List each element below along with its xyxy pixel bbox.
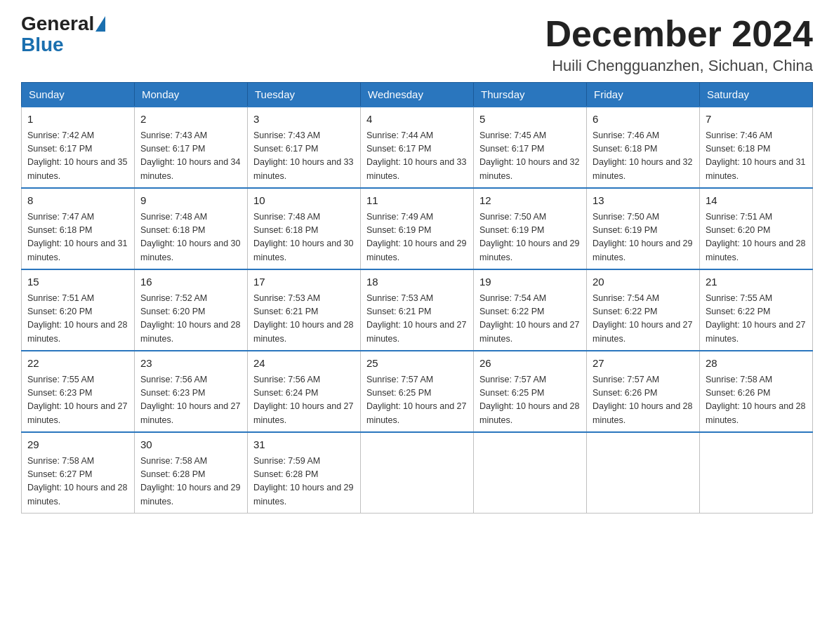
weekday-header-tuesday: Tuesday xyxy=(248,83,361,107)
calendar-table: SundayMondayTuesdayWednesdayThursdayFrid… xyxy=(21,82,813,514)
day-number: 17 xyxy=(253,274,355,290)
calendar-day-cell: 25Sunrise: 7:57 AMSunset: 6:25 PMDayligh… xyxy=(361,351,474,432)
day-number: 13 xyxy=(593,193,694,209)
calendar-day-cell: 18Sunrise: 7:53 AMSunset: 6:21 PMDayligh… xyxy=(361,269,474,351)
day-number: 2 xyxy=(140,112,241,128)
day-info: Sunrise: 7:56 AMSunset: 6:23 PMDaylight:… xyxy=(140,373,241,428)
calendar-day-cell: 23Sunrise: 7:56 AMSunset: 6:23 PMDayligh… xyxy=(135,351,248,432)
day-number: 6 xyxy=(593,112,694,128)
day-info: Sunrise: 7:43 AMSunset: 6:17 PMDaylight:… xyxy=(253,129,355,184)
calendar-day-cell: 10Sunrise: 7:48 AMSunset: 6:18 PMDayligh… xyxy=(248,188,361,269)
calendar-day-cell xyxy=(587,432,700,514)
calendar-day-cell: 13Sunrise: 7:50 AMSunset: 6:19 PMDayligh… xyxy=(587,188,700,269)
calendar-day-cell: 20Sunrise: 7:54 AMSunset: 6:22 PMDayligh… xyxy=(587,269,700,351)
day-number: 4 xyxy=(366,112,468,128)
day-info: Sunrise: 7:46 AMSunset: 6:18 PMDaylight:… xyxy=(593,129,694,184)
calendar-week-row: 1Sunrise: 7:42 AMSunset: 6:17 PMDaylight… xyxy=(22,107,813,188)
calendar-day-cell: 28Sunrise: 7:58 AMSunset: 6:26 PMDayligh… xyxy=(700,351,813,432)
weekday-header-sunday: Sunday xyxy=(22,83,135,107)
day-info: Sunrise: 7:46 AMSunset: 6:18 PMDaylight:… xyxy=(706,129,807,184)
day-number: 24 xyxy=(253,356,355,372)
day-number: 31 xyxy=(253,437,355,453)
day-info: Sunrise: 7:51 AMSunset: 6:20 PMDaylight:… xyxy=(27,292,128,347)
calendar-day-cell xyxy=(361,432,474,514)
calendar-day-cell: 12Sunrise: 7:50 AMSunset: 6:19 PMDayligh… xyxy=(474,188,587,269)
calendar-day-cell: 17Sunrise: 7:53 AMSunset: 6:21 PMDayligh… xyxy=(248,269,361,351)
day-number: 1 xyxy=(27,112,128,128)
day-info: Sunrise: 7:56 AMSunset: 6:24 PMDaylight:… xyxy=(253,373,355,428)
day-info: Sunrise: 7:45 AMSunset: 6:17 PMDaylight:… xyxy=(479,129,581,184)
day-number: 19 xyxy=(479,274,581,290)
day-info: Sunrise: 7:53 AMSunset: 6:21 PMDaylight:… xyxy=(253,292,355,347)
calendar-day-cell: 30Sunrise: 7:58 AMSunset: 6:28 PMDayligh… xyxy=(135,432,248,514)
day-info: Sunrise: 7:43 AMSunset: 6:17 PMDaylight:… xyxy=(140,129,241,184)
day-number: 14 xyxy=(706,193,807,209)
day-info: Sunrise: 7:55 AMSunset: 6:22 PMDaylight:… xyxy=(706,292,807,347)
day-number: 29 xyxy=(27,437,128,453)
day-number: 22 xyxy=(27,356,128,372)
day-info: Sunrise: 7:48 AMSunset: 6:18 PMDaylight:… xyxy=(140,210,241,265)
day-number: 5 xyxy=(479,112,581,128)
calendar-day-cell: 2Sunrise: 7:43 AMSunset: 6:17 PMDaylight… xyxy=(135,107,248,188)
calendar-day-cell: 31Sunrise: 7:59 AMSunset: 6:28 PMDayligh… xyxy=(248,432,361,514)
day-info: Sunrise: 7:54 AMSunset: 6:22 PMDaylight:… xyxy=(479,292,581,347)
day-info: Sunrise: 7:44 AMSunset: 6:17 PMDaylight:… xyxy=(366,129,468,184)
day-number: 11 xyxy=(366,193,468,209)
calendar-day-cell: 8Sunrise: 7:47 AMSunset: 6:18 PMDaylight… xyxy=(22,188,135,269)
calendar-day-cell: 26Sunrise: 7:57 AMSunset: 6:25 PMDayligh… xyxy=(474,351,587,432)
day-info: Sunrise: 7:58 AMSunset: 6:26 PMDaylight:… xyxy=(706,373,807,428)
logo-general-text: General xyxy=(21,14,94,34)
day-info: Sunrise: 7:50 AMSunset: 6:19 PMDaylight:… xyxy=(479,210,581,265)
location-subtitle: Huili Chengguanzhen, Sichuan, China xyxy=(545,57,813,75)
page-header: General Blue December 2024 Huili Chenggu… xyxy=(21,14,813,75)
calendar-day-cell: 24Sunrise: 7:56 AMSunset: 6:24 PMDayligh… xyxy=(248,351,361,432)
calendar-day-cell: 21Sunrise: 7:55 AMSunset: 6:22 PMDayligh… xyxy=(700,269,813,351)
calendar-week-row: 15Sunrise: 7:51 AMSunset: 6:20 PMDayligh… xyxy=(22,269,813,351)
calendar-day-cell: 16Sunrise: 7:52 AMSunset: 6:20 PMDayligh… xyxy=(135,269,248,351)
calendar-week-row: 29Sunrise: 7:58 AMSunset: 6:27 PMDayligh… xyxy=(22,432,813,514)
calendar-week-row: 8Sunrise: 7:47 AMSunset: 6:18 PMDaylight… xyxy=(22,188,813,269)
day-info: Sunrise: 7:57 AMSunset: 6:25 PMDaylight:… xyxy=(479,373,581,428)
calendar-week-row: 22Sunrise: 7:55 AMSunset: 6:23 PMDayligh… xyxy=(22,351,813,432)
day-info: Sunrise: 7:59 AMSunset: 6:28 PMDaylight:… xyxy=(253,455,355,509)
day-number: 21 xyxy=(706,274,807,290)
calendar-day-cell xyxy=(474,432,587,514)
calendar-body: 1Sunrise: 7:42 AMSunset: 6:17 PMDaylight… xyxy=(22,107,813,514)
day-info: Sunrise: 7:54 AMSunset: 6:22 PMDaylight:… xyxy=(593,292,694,347)
logo-blue-text: Blue xyxy=(21,34,64,55)
day-number: 12 xyxy=(479,193,581,209)
day-number: 26 xyxy=(479,356,581,372)
day-info: Sunrise: 7:49 AMSunset: 6:19 PMDaylight:… xyxy=(366,210,468,265)
day-info: Sunrise: 7:42 AMSunset: 6:17 PMDaylight:… xyxy=(27,129,128,184)
day-number: 16 xyxy=(140,274,241,290)
logo: General Blue xyxy=(21,14,107,56)
day-info: Sunrise: 7:55 AMSunset: 6:23 PMDaylight:… xyxy=(27,373,128,428)
month-year-title: December 2024 xyxy=(545,14,813,54)
day-info: Sunrise: 7:51 AMSunset: 6:20 PMDaylight:… xyxy=(706,210,807,265)
day-number: 10 xyxy=(253,193,355,209)
day-number: 30 xyxy=(140,437,241,453)
weekday-header-saturday: Saturday xyxy=(700,83,813,107)
day-number: 23 xyxy=(140,356,241,372)
calendar-day-cell: 11Sunrise: 7:49 AMSunset: 6:19 PMDayligh… xyxy=(361,188,474,269)
weekday-header-thursday: Thursday xyxy=(474,83,587,107)
day-number: 27 xyxy=(593,356,694,372)
calendar-day-cell: 3Sunrise: 7:43 AMSunset: 6:17 PMDaylight… xyxy=(248,107,361,188)
day-info: Sunrise: 7:48 AMSunset: 6:18 PMDaylight:… xyxy=(253,210,355,265)
day-info: Sunrise: 7:52 AMSunset: 6:20 PMDaylight:… xyxy=(140,292,241,347)
day-info: Sunrise: 7:57 AMSunset: 6:25 PMDaylight:… xyxy=(366,373,468,428)
weekday-header-wednesday: Wednesday xyxy=(361,83,474,107)
calendar-day-cell: 1Sunrise: 7:42 AMSunset: 6:17 PMDaylight… xyxy=(22,107,135,188)
calendar-day-cell: 14Sunrise: 7:51 AMSunset: 6:20 PMDayligh… xyxy=(700,188,813,269)
weekday-header-row: SundayMondayTuesdayWednesdayThursdayFrid… xyxy=(22,83,813,107)
day-info: Sunrise: 7:58 AMSunset: 6:27 PMDaylight:… xyxy=(27,455,128,509)
calendar-day-cell xyxy=(700,432,813,514)
day-number: 9 xyxy=(140,193,241,209)
calendar-day-cell: 27Sunrise: 7:57 AMSunset: 6:26 PMDayligh… xyxy=(587,351,700,432)
day-info: Sunrise: 7:57 AMSunset: 6:26 PMDaylight:… xyxy=(593,373,694,428)
calendar-day-cell: 15Sunrise: 7:51 AMSunset: 6:20 PMDayligh… xyxy=(22,269,135,351)
day-number: 28 xyxy=(706,356,807,372)
calendar-day-cell: 22Sunrise: 7:55 AMSunset: 6:23 PMDayligh… xyxy=(22,351,135,432)
day-number: 8 xyxy=(27,193,128,209)
day-info: Sunrise: 7:50 AMSunset: 6:19 PMDaylight:… xyxy=(593,210,694,265)
